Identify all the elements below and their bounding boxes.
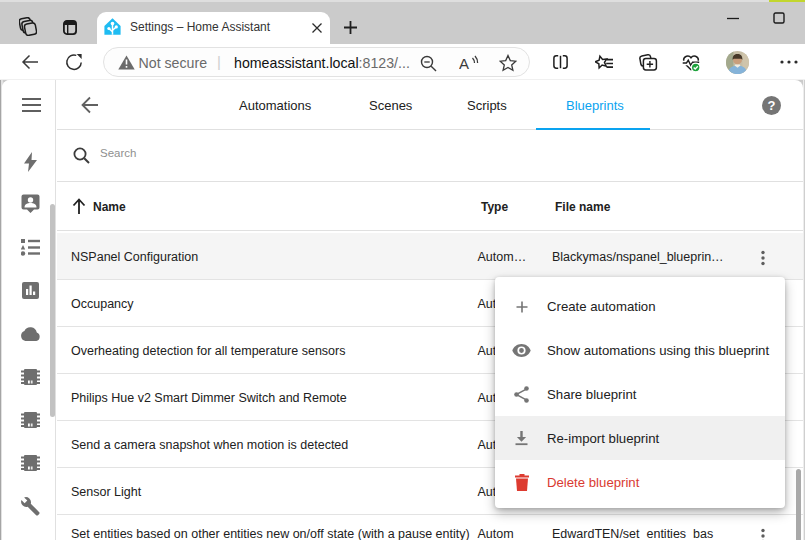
svg-text:A: A: [459, 55, 469, 72]
